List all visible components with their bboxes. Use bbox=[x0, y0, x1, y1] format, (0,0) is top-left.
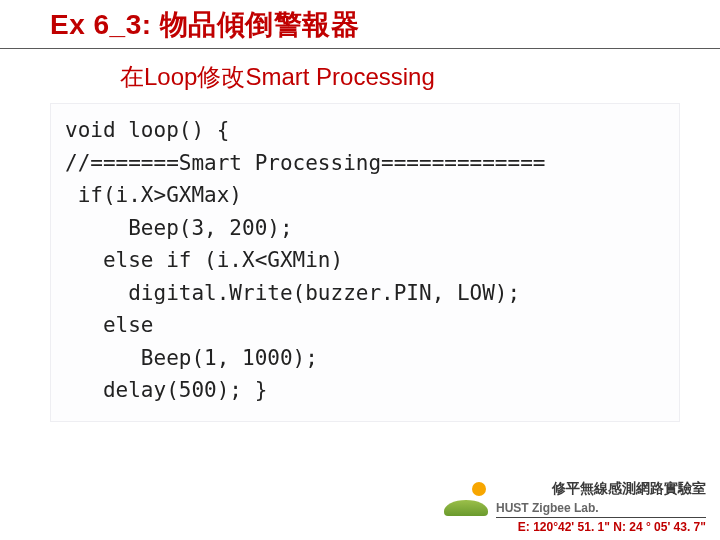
code-line: //=======Smart Processing============= bbox=[65, 151, 545, 175]
code-line: else if (i.X<GXMin) bbox=[65, 248, 343, 272]
coordinates: E: 120°42' 51. 1" N: 24 ° 05' 43. 7" bbox=[444, 520, 706, 534]
code-line: delay(500); } bbox=[65, 378, 267, 402]
lab-name-en: HUST Zigbee Lab. bbox=[496, 501, 706, 518]
code-line: Beep(3, 200); bbox=[65, 216, 293, 240]
code-line: digital.Write(buzzer.PIN, LOW); bbox=[65, 281, 520, 305]
page-title: Ex 6_3: 物品傾倒警報器 bbox=[50, 6, 720, 44]
code-block: void loop() { //=======Smart Processing=… bbox=[50, 103, 680, 422]
page-subtitle: 在Loop修改Smart Processing bbox=[0, 49, 720, 103]
code-line: if(i.X>GXMax) bbox=[65, 183, 242, 207]
lab-logo-icon bbox=[444, 482, 488, 516]
footer: 修平無線感測網路實驗室 HUST Zigbee Lab. E: 120°42' … bbox=[444, 480, 706, 534]
code-line: else bbox=[65, 313, 154, 337]
code-line: void loop() { bbox=[65, 118, 229, 142]
lab-name-cn: 修平無線感測網路實驗室 bbox=[496, 480, 706, 498]
code-line: Beep(1, 1000); bbox=[65, 346, 318, 370]
